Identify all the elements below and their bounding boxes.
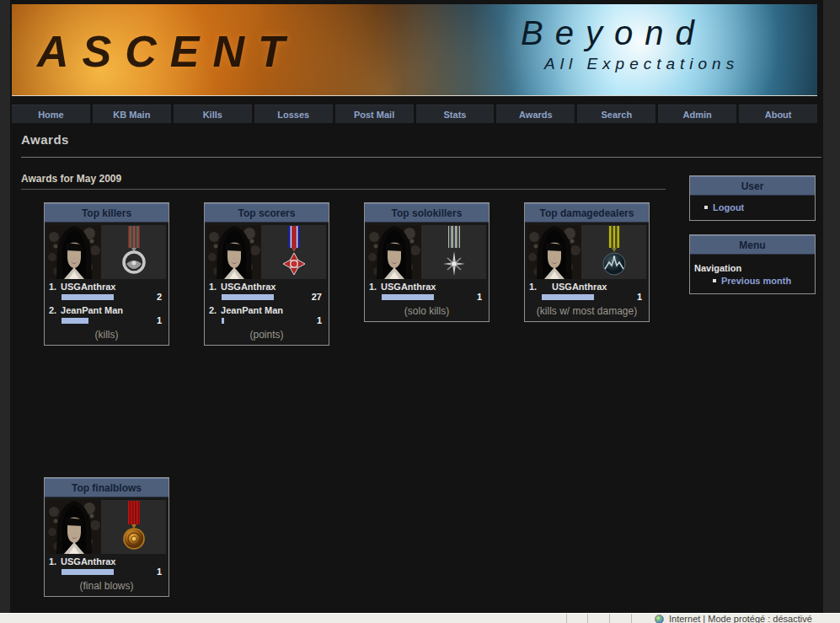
page-content: ASCENT Beyond All Expectations Home KB M… (10, 0, 823, 613)
award-box-title: Top solokillers (365, 203, 489, 223)
award-entry: 1. USGAnthrax (205, 280, 329, 292)
nav-item-post-mail[interactable]: Post Mail (335, 105, 414, 123)
score-bar (542, 294, 594, 300)
browser-status-bar: Internet | Mode protégé : désactivé (0, 613, 840, 623)
pilot-name: JeanPant Man (221, 305, 283, 315)
pilot-name: USGAnthrax (61, 282, 115, 292)
score-value: 1 (157, 315, 162, 325)
pilot-name: JeanPant Man (61, 305, 123, 315)
award-box-title: Top finalblows (45, 478, 169, 497)
logout-link[interactable]: Logout (690, 202, 815, 212)
pilot-name: USGAnthrax (221, 282, 276, 292)
status-divider (631, 614, 632, 623)
score-bar (62, 318, 88, 324)
nav-item-awards[interactable]: Awards (496, 105, 575, 123)
award-entry: 1. USGAnthrax (45, 280, 169, 292)
user-panel-title: User (690, 176, 815, 196)
previous-month-link[interactable]: Previous month (690, 276, 815, 286)
winner-portrait (207, 225, 261, 279)
dark-orb-medal-icon (581, 225, 646, 279)
winner-portrait (47, 225, 101, 279)
nav-item-kills[interactable]: Kills (174, 105, 252, 123)
banner-tagline-1: Beyond (521, 14, 706, 52)
nav-item-home[interactable]: Home (12, 105, 90, 123)
red-cross-medal-icon (261, 225, 326, 279)
user-panel: User Logout (689, 175, 816, 221)
award-box-footer: (final blows) (45, 578, 169, 596)
award-entry: 1. USGAnthrax (45, 555, 169, 567)
status-divider (566, 614, 567, 623)
title-divider (21, 157, 821, 158)
award-box-footer: (kills) (45, 327, 169, 345)
award-box-title: Top damagedealers (525, 203, 649, 223)
pilot-name: USGAnthrax (381, 282, 436, 292)
nav-item-kb-main[interactable]: KB Main (93, 105, 171, 123)
award-box-top-finalblows: Top finalblows (44, 477, 169, 597)
status-divider (609, 614, 610, 623)
award-box-top-solokillers: Top solokillers (364, 202, 490, 322)
award-box-footer: (kills w/ most damage) (525, 303, 649, 321)
banner-tagline-2: All Expectations (544, 55, 739, 73)
ascent-logo: ASCENT (37, 26, 298, 77)
site-banner: ASCENT Beyond All Expectations (12, 4, 817, 96)
menu-panel: Menu Navigation Previous month (689, 234, 816, 294)
status-divider (587, 614, 588, 623)
bronze-disc-medal-icon (101, 500, 166, 554)
score-value: 1 (637, 292, 642, 302)
score-value: 1 (157, 567, 162, 577)
award-entry: 1. USGAnthrax (365, 280, 489, 292)
bullet-icon (713, 279, 716, 282)
bullet-icon (704, 206, 708, 209)
award-entry: 2. JeanPant Man (45, 303, 169, 315)
score-bar (382, 294, 434, 300)
security-zone-text: Internet | Mode protégé : désactivé (669, 614, 812, 623)
internet-zone-globe-icon (655, 615, 664, 623)
score-value: 1 (317, 315, 322, 325)
nav-item-search[interactable]: Search (577, 105, 655, 123)
score-bar (222, 294, 274, 300)
award-box-top-killers: Top killers 1. USGA (44, 202, 169, 346)
nav-item-about[interactable]: About (739, 105, 817, 123)
section-title: Awards for May 2009 (21, 173, 121, 185)
award-box-title: Top killers (45, 203, 169, 223)
award-box-top-damagedealers: Top damagedealers (524, 202, 650, 322)
award-box-footer: (solo kills) (365, 303, 489, 321)
score-bar (62, 294, 114, 300)
nav-item-admin[interactable]: Admin (658, 105, 736, 123)
pilot-name: USGAnthrax (61, 556, 115, 567)
score-value: 1 (477, 292, 482, 302)
nav-item-stats[interactable]: Stats (416, 105, 495, 123)
nav-item-losses[interactable]: Losses (254, 105, 333, 123)
page-title: Awards (21, 132, 69, 147)
silver-star-medal-icon (421, 225, 486, 279)
winner-portrait (527, 225, 581, 279)
score-value: 2 (157, 292, 162, 302)
award-box-title: Top scorers (205, 203, 329, 223)
menu-panel-title: Menu (690, 235, 815, 255)
navigation-label: Navigation (690, 261, 815, 276)
pilot-name: USGAnthrax (552, 282, 607, 292)
main-nav: Home KB Main Kills Losses Post Mail Stat… (12, 105, 817, 123)
award-box-top-scorers: Top scorers (204, 202, 329, 346)
winner-portrait (47, 500, 101, 554)
section-divider (21, 189, 666, 190)
award-box-footer: (points) (205, 327, 329, 345)
winner-portrait (367, 225, 421, 279)
score-value: 27 (312, 292, 322, 302)
score-bar (62, 569, 114, 575)
award-entry: 1. USGAnthrax (525, 280, 649, 292)
score-bar (222, 318, 224, 324)
silver-ring-medal-icon (101, 225, 166, 279)
award-entry: 2. JeanPant Man (205, 303, 329, 315)
